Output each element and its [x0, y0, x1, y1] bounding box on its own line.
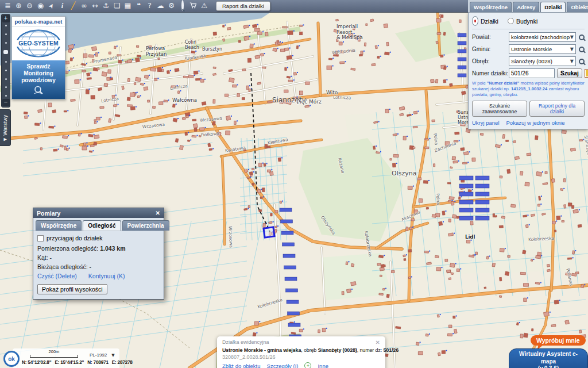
measure-dialog: Pomiary ✕ Współrzędne Odległość Powierzc… — [33, 208, 164, 300]
tab-wspolrzedne[interactable]: Współrzędne — [470, 2, 512, 12]
current-distance-row: Bieżąca odległość: - — [37, 263, 160, 270]
full-report-button[interactable]: Raport pełny dla działki — [529, 101, 585, 117]
grid-icon[interactable]: ▦ — [124, 2, 131, 10]
layers-panel-tab[interactable]: ▼ Warstwy — [0, 109, 11, 146]
popup-title: Działka ewidencyjna — [222, 339, 269, 346]
close-icon[interactable]: ✕ — [376, 339, 380, 346]
radio-dot — [508, 18, 514, 24]
obreb-search-icon[interactable] — [579, 59, 585, 64]
single-window-link[interactable]: Pokazuj w jednym oknie — [506, 120, 565, 126]
parcel-number-input[interactable] — [509, 68, 555, 78]
flood-monitoring-button[interactable]: Sprawdź Monitoring powodziowy — [12, 60, 65, 99]
powiat-select[interactable]: kołobrzeski (zachodniopomorskie)▼ — [509, 32, 576, 42]
zoom-in-button[interactable]: + — [2, 15, 10, 22]
status-squares — [585, 69, 588, 78]
clear-measure-link[interactable]: Czyść (Delete) — [37, 273, 77, 279]
site-link[interactable]: polska.e-mapa.net — [12, 17, 65, 27]
pointer-icon[interactable]: ➤ — [47, 1, 56, 11]
collapse-caret-icon: ▼ — [3, 137, 7, 140]
comment-icon[interactable]: ❝ — [135, 2, 142, 10]
crs-select[interactable]: PL-1992 ▼ — [90, 352, 115, 358]
search-hint-text: W pole "Numer działki" można wpisać pełn… — [472, 80, 585, 98]
radio-budynki[interactable]: Budynki — [508, 18, 537, 25]
powiat-search-icon[interactable] — [579, 34, 585, 40]
close-icon[interactable]: ✕ — [156, 210, 160, 216]
tab-adresy[interactable]: Adresy — [513, 2, 539, 12]
northing-value: N: 708971 — [87, 360, 108, 365]
continue-measure-link[interactable]: Kontynuuj (K) — [88, 273, 125, 279]
measure-tool-icon[interactable]: ╱ — [69, 2, 77, 10]
search-panel-tabs: Współrzędne Adresy Działki Obiekty ✕ — [468, 0, 588, 13]
parcel-search-panel: Współrzędne Adresy Działki Obiekty ✕ Dzi… — [468, 0, 588, 129]
easting-value: E: 287278 — [112, 360, 133, 365]
assistant-name: Wirtualny Asystent e-mapa — [514, 351, 582, 365]
zoom-slider-track[interactable] — [3, 22, 8, 99]
document-search-icon[interactable] — [179, 2, 186, 10]
checkbox-box — [37, 235, 44, 241]
monitoring-magnifier-icon — [13, 84, 64, 97]
current-distance-value: - — [89, 263, 91, 270]
details-link[interactable]: Szczegóły (I) — [267, 363, 299, 368]
help-icon[interactable]: ? — [146, 2, 153, 10]
radio-dzialki[interactable]: Działki — [472, 16, 498, 26]
add-circle-icon[interactable]: + — [304, 362, 311, 368]
cart-icon[interactable] — [189, 2, 197, 11]
try-me-bubble[interactable]: Wypróbuj mnie — [531, 335, 586, 346]
flood-monitoring-label: Sprawdź Monitoring powodziowy — [13, 63, 64, 84]
status-square-yellow — [586, 70, 588, 76]
gmina-select[interactable]: Ustronie Morskie▼ — [509, 44, 576, 54]
measured-distance-row: Pomierzona odległość: 1.043 km — [37, 245, 160, 252]
select-area-icon[interactable]: ◉ — [37, 2, 44, 10]
layers-tab-label: Warstwy — [2, 114, 9, 135]
link-icon[interactable]: ∞ — [80, 2, 88, 10]
zoom-out-icon[interactable]: ⊖ — [26, 2, 33, 10]
move-horizontal-icon[interactable]: ↔ — [91, 2, 99, 10]
coordinates-readout: N: 54°12'02.8"E: 15°44'15.2"N: 708971E: … — [22, 360, 117, 365]
anchor-icon[interactable]: ⚓ — [102, 2, 110, 10]
zoom-out-button[interactable]: − — [2, 99, 10, 106]
info-icon[interactable]: i — [59, 2, 66, 10]
zoom-in-icon[interactable]: ⊕ — [15, 2, 22, 10]
settings-gear-icon[interactable]: ⚙ — [168, 2, 175, 10]
tab-powierzchnia[interactable]: Powierzchnia — [122, 220, 169, 231]
copy-icon[interactable]: ❏ — [113, 2, 121, 10]
latitude-value: N: 54°12'02.8" — [22, 360, 51, 365]
advanced-search-button[interactable]: Szukanie zaawansowane — [472, 101, 527, 117]
crs-label: PL-1992 — [90, 352, 107, 358]
hide-panel-link[interactable]: Ukryj panel — [472, 120, 500, 126]
angle-row: Kąt: - — [37, 254, 160, 261]
height-profile-button[interactable]: Pokaż profil wysokości — [37, 284, 107, 294]
search-button[interactable]: Szukaj — [557, 68, 582, 78]
report-parcel-button[interactable]: Raport dla działki — [216, 1, 270, 11]
snap-label: przyciągaj do działek — [47, 235, 102, 241]
assistant-version: (v.0.3.6) — [514, 365, 582, 368]
parcel-info-popup: Działka ewidencyjna ✕ Ustronie Morskie -… — [217, 336, 385, 368]
measure-dialog-titlebar[interactable]: Pomiary ✕ — [33, 208, 164, 218]
powiat-label: Powiat: — [472, 34, 509, 40]
zoom-slider-handle[interactable] — [3, 50, 8, 54]
layers-icon[interactable]: ≣ — [4, 2, 11, 10]
tab-wspolrzedne-measure[interactable]: Współrzędne — [36, 220, 82, 231]
scale-label: 200m — [30, 349, 78, 354]
tab-dzialki[interactable]: Działki — [540, 2, 566, 12]
cloud-download-icon[interactable]: ☁ — [157, 2, 164, 10]
warning-icon[interactable]: ⚠ — [200, 2, 208, 10]
tab-obiekty[interactable]: Obiekty — [567, 2, 588, 12]
measure-dialog-title: Pomiary — [37, 210, 60, 217]
parcel-number-label: Numer działki: — [472, 70, 509, 76]
radio-dzialki-label: Działki — [481, 18, 498, 25]
tab-odleglosc[interactable]: Odległość — [83, 220, 121, 231]
zoom-slider[interactable]: + − — [1, 14, 10, 108]
zoom-to-object-link[interactable]: Zbliż do obiektu — [222, 363, 261, 368]
gmina-search-icon[interactable] — [579, 47, 585, 52]
brand-panel: polska.e-mapa.net GEO-SYSTEM Sprawdź Mon… — [11, 16, 65, 99]
ok-badge[interactable]: ok — [3, 351, 20, 367]
virtual-assistant-button[interactable]: Wirtualny Asystent e-mapa (v.0.3.6) — [509, 348, 588, 368]
status-bar: 200m PL-1992 ▼ N: 54°12'02.8"E: 15°44'15… — [13, 348, 119, 368]
obreb-select[interactable]: Sianożęty (0028)▼ — [509, 56, 576, 66]
other-link[interactable]: Inne — [318, 363, 328, 368]
geo-system-logo[interactable]: GEO-SYSTEM — [12, 27, 65, 60]
scale-bar: 200m — [30, 355, 78, 358]
parcel-description: Ustronie Morskie - gmina wiejska, obręb … — [222, 347, 380, 353]
snap-to-parcels-checkbox[interactable]: przyciągaj do działek — [37, 235, 160, 241]
